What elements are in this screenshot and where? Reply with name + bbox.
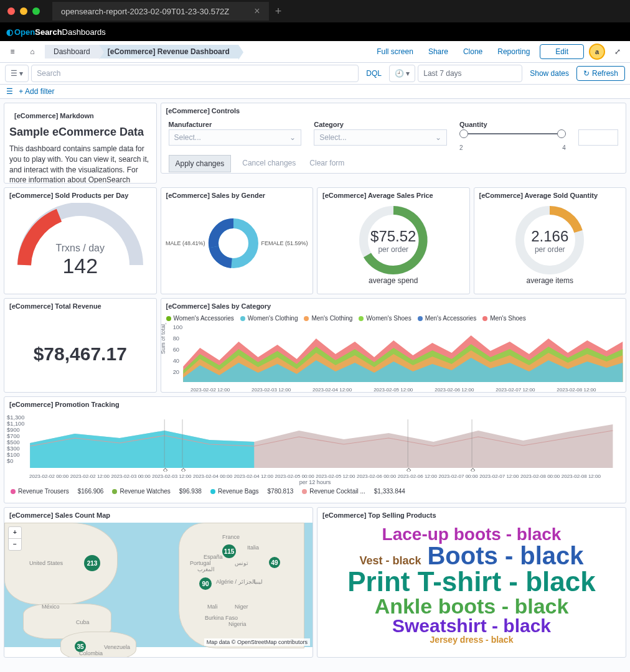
browser-tab-title: opensearch-report-2023-02-09T01-23-30.57… <box>61 7 229 16</box>
brand-suffix: Dashboards <box>62 27 106 37</box>
map-bubble[interactable]: 49 <box>269 557 280 568</box>
panel-avg-sales-price: [eCommerce] Average Sales Price $75.52 p… <box>317 187 470 294</box>
svg-text:20: 20 <box>172 369 179 375</box>
category-label: Category <box>314 121 447 128</box>
refresh-icon: ↻ <box>583 69 590 78</box>
breadcrumb: Dashboard [eCommerce] Revenue Dashboard <box>45 45 238 58</box>
svg-text:$0: $0 <box>7 458 13 464</box>
panel-sales-by-category: [eCommerce] Sales by Category Women's Ac… <box>161 298 627 393</box>
svg-text:$500: $500 <box>7 439 20 446</box>
breadcrumb-dashboard[interactable]: Dashboard <box>45 45 99 58</box>
maximize-window-dot[interactable] <box>32 7 40 15</box>
donut-chart <box>205 215 261 271</box>
panel-title: [eCommerce] Top Selling Products <box>317 508 626 523</box>
menu-toggle-icon[interactable]: ≡ <box>5 44 20 59</box>
markdown-heading: Sample eCommerce Data <box>9 126 151 139</box>
goal-caption: average spend <box>317 276 469 285</box>
browser-tab[interactable]: opensearch-report-2023-02-09T01-23-30.57… <box>52 2 269 21</box>
promo-x-label: per 12 hours <box>4 479 626 485</box>
full-screen-link[interactable]: Full screen <box>372 47 418 56</box>
panel-total-revenue: [eCommerce] Total Revenue $78,467.17 <box>4 298 157 393</box>
panel-title: [eCommerce] Total Revenue <box>4 299 156 314</box>
goal-ring <box>512 203 587 278</box>
close-tab-icon[interactable]: × <box>254 6 260 17</box>
svg-text:100: 100 <box>172 324 182 330</box>
clear-form-button[interactable]: Clear form <box>307 155 347 172</box>
quantity-value-box[interactable] <box>578 129 618 146</box>
chevron-down-icon: ⌄ <box>289 133 296 142</box>
show-dates-link[interactable]: Show dates <box>525 69 574 78</box>
breadcrumb-current[interactable]: [eCommerce] Revenue Dashboard <box>99 45 238 58</box>
promo-legend: Revenue Trousers$166.906Revenue Watches$… <box>4 485 626 497</box>
top-nav: ≡ ⌂ Dashboard [eCommerce] Revenue Dashbo… <box>0 41 630 63</box>
brand-bar: ◐ OpenSearch Dashboards <box>0 22 630 41</box>
avatar[interactable]: a <box>589 44 605 60</box>
panel-title: [eCommerce] Promotion Tracking <box>4 397 626 412</box>
apply-changes-button[interactable]: Apply changes <box>169 155 232 172</box>
svg-text:◇: ◇ <box>471 467 475 472</box>
manufacturer-select[interactable]: Select...⌄ <box>169 129 302 146</box>
male-label: MALE (48.41%) <box>166 240 205 246</box>
svg-text:$900: $900 <box>7 427 20 433</box>
panel-title: [eCommerce] Sold Products per Day <box>4 188 156 203</box>
reporting-link[interactable]: Reporting <box>492 47 535 56</box>
quantity-slider[interactable] <box>459 129 566 144</box>
refresh-button[interactable]: ↻Refresh <box>576 66 625 81</box>
revenue-value: $78,467.17 <box>4 314 156 365</box>
dql-toggle[interactable]: DQL <box>361 69 387 78</box>
promo-x-ticks: 2023-02-02 00:002023-02-02 12:002023-02-… <box>4 474 626 479</box>
map-bubble[interactable]: 115 <box>222 544 236 558</box>
cancel-changes-button[interactable]: Cancel changes <box>240 155 298 172</box>
area-chart: Sum of total_quantity 10080604020 <box>161 323 626 385</box>
close-window-dot[interactable] <box>7 7 15 15</box>
map-bubble[interactable]: 90 <box>199 577 212 590</box>
panel-title: [eCommerce] Sales by Category <box>161 299 626 314</box>
svg-text:$700: $700 <box>7 433 20 439</box>
time-quick-select[interactable]: 🕘 ▾ <box>389 65 415 82</box>
svg-text:40: 40 <box>172 358 179 364</box>
index-selector[interactable]: ☰ ▾ <box>5 65 29 82</box>
panel-sales-count-map: [eCommerce] Sales Count Map +− Map data … <box>4 507 313 658</box>
search-input[interactable]: Search <box>31 65 359 82</box>
category-select[interactable]: Select...⌄ <box>314 129 447 146</box>
panel-title: [eCommerce] Sales Count Map <box>4 508 313 523</box>
panel-controls: [eCommerce] Controls Manufacturer Select… <box>161 103 627 174</box>
exit-fullscreen-icon[interactable]: ⤢ <box>610 44 625 59</box>
panel-sold-per-day: [eCommerce] Sold Products per Day Trxns … <box>4 187 157 294</box>
zoom-in-icon[interactable]: + <box>9 527 21 539</box>
word-cloud: Lace-up boots - blackVest - blackBoots -… <box>317 523 626 647</box>
goal-ring <box>356 203 431 278</box>
goal-caption: average items <box>474 276 626 285</box>
panel-markdown: [eCommerce] Markdown Sample eCommerce Da… <box>4 103 157 184</box>
manufacturer-label: Manufacturer <box>169 121 302 128</box>
edit-button[interactable]: Edit <box>540 44 584 59</box>
panel-sales-by-gender: [eCommerce] Sales by Gender MALE (48.41%… <box>161 187 314 294</box>
date-range[interactable]: Last 7 days <box>418 65 522 82</box>
svg-text:$1,300: $1,300 <box>7 414 24 421</box>
map-zoom-controls[interactable]: +− <box>8 526 22 551</box>
map-attribution: Map data © OpenStreetMap contributors <box>204 638 310 646</box>
panel-title: [eCommerce] Controls <box>161 103 626 118</box>
svg-text:$1,100: $1,100 <box>7 421 24 427</box>
add-filter-link[interactable]: + Add filter <box>19 87 54 96</box>
map-bubble[interactable]: 213 <box>84 555 100 571</box>
share-link[interactable]: Share <box>423 47 453 56</box>
x-axis-ticks: 2023-02-02 12:002023-02-03 12:002023-02-… <box>161 387 626 393</box>
panel-promotion-tracking: [eCommerce] Promotion Tracking $1,300$1,… <box>4 396 626 503</box>
filter-options-icon[interactable]: ☰ <box>6 87 13 96</box>
minimize-window-dot[interactable] <box>20 7 27 15</box>
svg-text:Sum of total_quantity: Sum of total_quantity <box>161 323 166 354</box>
sales-map[interactable]: +− Map data © OpenStreetMap contributors… <box>4 523 313 647</box>
markdown-body: This dashboard contains sample data for … <box>9 144 151 184</box>
zoom-out-icon[interactable]: − <box>9 539 21 550</box>
svg-text:◇: ◇ <box>407 467 411 472</box>
search-bar: ☰ ▾ Search DQL 🕘 ▾ Last 7 days Show date… <box>0 63 630 85</box>
svg-text:80: 80 <box>172 335 179 342</box>
brand-mid: Search <box>35 27 62 37</box>
home-icon[interactable]: ⌂ <box>25 44 40 59</box>
clone-link[interactable]: Clone <box>458 47 487 56</box>
quantity-label: Quantity <box>459 121 566 128</box>
new-tab-icon[interactable]: + <box>275 5 282 18</box>
svg-text:$300: $300 <box>7 446 20 452</box>
promo-area-chart: $1,300$1,100$900$700$500$300$100$0 ◇◇◇◇ <box>4 412 626 472</box>
